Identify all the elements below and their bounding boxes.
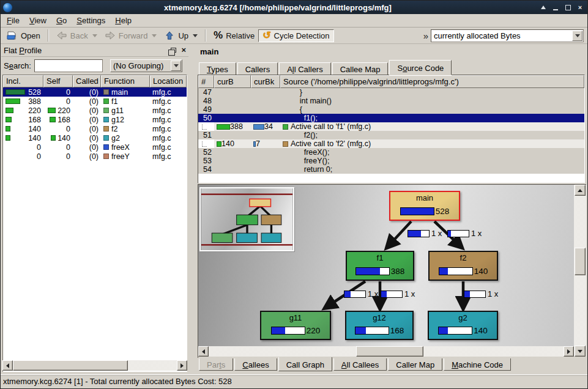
up-button[interactable]: Up: [160, 30, 201, 42]
menu-go[interactable]: Go: [51, 15, 72, 26]
back-button[interactable]: Back: [53, 30, 101, 42]
dock-header[interactable]: Flat Profile ×: [1, 44, 188, 57]
tab-source-code[interactable]: Source Code: [389, 60, 452, 75]
column-header-called[interactable]: Called: [73, 75, 101, 87]
source-code-row[interactable]: 50 f1();: [198, 114, 584, 122]
tab-parts[interactable]: Parts: [199, 358, 233, 371]
close-button[interactable]: ×: [576, 4, 584, 11]
source-column-header-curb[interactable]: curB: [214, 75, 251, 88]
curb-cell: [214, 97, 251, 105]
scroll-right-icon[interactable]: [564, 346, 574, 357]
toolbar-overflow-icon[interactable]: »: [421, 31, 431, 41]
menu-help[interactable]: Help: [110, 15, 136, 26]
flat-profile-row-freeY[interactable]: 00(0)freeYmfg.c: [3, 152, 187, 161]
column-header-location[interactable]: Location: [150, 75, 187, 87]
cycle-detection-button[interactable]: ↺ Cycle Detection: [258, 29, 333, 42]
source-code-row[interactable]: 52 freeX();: [198, 148, 584, 157]
scroll-up-icon[interactable]: [575, 185, 586, 196]
combo-arrow-icon[interactable]: [171, 61, 181, 71]
source-code-row[interactable]: 53 freeY();: [198, 157, 584, 165]
scroll-down-icon[interactable]: [575, 346, 586, 357]
flat-profile-row-f2[interactable]: 1400(0)f2mfg.c: [3, 124, 187, 133]
back-dropdown-icon[interactable]: [92, 34, 97, 37]
source-column-header--[interactable]: #: [198, 75, 214, 88]
source-call-row[interactable]: 38834Active call to 'f1' (mfg.c): [198, 122, 584, 131]
tab-all-callers[interactable]: All Callers: [279, 62, 331, 75]
graph-node-f1[interactable]: f1 388: [346, 251, 414, 281]
source-code-row[interactable]: 48 int main(): [198, 97, 584, 105]
source-code-row[interactable]: 54 return 0;: [198, 165, 584, 174]
tab-machine-code[interactable]: Machine Code: [444, 358, 511, 371]
scrollbar-thumb[interactable]: [575, 248, 586, 275]
panel-splitter[interactable]: [188, 44, 198, 374]
function-cell: f1: [101, 97, 150, 106]
flat-profile-row-freeX[interactable]: 00(0)freeXmfg.c: [3, 143, 187, 152]
menu-settings[interactable]: Settings: [72, 15, 110, 26]
column-header-incl-[interactable]: Incl.: [3, 75, 43, 87]
tab-callers[interactable]: Callers: [237, 62, 278, 75]
tab-call-graph[interactable]: Call Graph: [278, 357, 332, 371]
graph-node-main[interactable]: main 528: [389, 191, 460, 221]
maximize-button[interactable]: [564, 4, 571, 11]
curb-cell: [214, 131, 251, 139]
source-code-row[interactable]: 49 {: [198, 105, 584, 114]
tab-callees[interactable]: Callees: [234, 358, 277, 371]
incl-value: 220: [28, 106, 41, 115]
source-column-header-curbk[interactable]: curBk: [251, 75, 280, 88]
scroll-right-icon[interactable]: [177, 360, 187, 371]
tab-caller-map[interactable]: Caller Map: [388, 358, 442, 371]
flat-profile-hscrollbar[interactable]: [2, 360, 187, 371]
graph-node-g12[interactable]: g12 168: [345, 311, 414, 340]
flat-profile-row-main[interactable]: 5280(0)mainmfg.c: [3, 87, 187, 97]
combo-arrow-icon[interactable]: [572, 31, 582, 41]
source-column-header-source[interactable]: Source ('/home/philippe/valgrind/littlep…: [280, 75, 584, 88]
view-tab-bar: PartsCalleesCall GraphAll CalleesCaller …: [199, 358, 586, 373]
search-input[interactable]: [34, 59, 103, 72]
source-code-row[interactable]: 47 }: [198, 88, 584, 97]
graph-node-f2[interactable]: f2 140: [428, 251, 498, 281]
minimize-button[interactable]: [552, 4, 559, 11]
dock-close-icon[interactable]: ×: [181, 47, 186, 53]
flat-profile-row-g2[interactable]: 140140(0)g2mfg.c: [3, 133, 187, 143]
up-dropdown-icon[interactable]: [193, 34, 198, 37]
column-header-function[interactable]: Function: [101, 75, 150, 87]
menu-file[interactable]: File: [2, 15, 24, 26]
flat-profile-row-g11[interactable]: 220220(0)g11mfg.c: [3, 106, 187, 115]
relative-button[interactable]: % Relative: [210, 28, 258, 43]
forward-button[interactable]: Forward: [101, 30, 161, 42]
scroll-left-icon[interactable]: [2, 360, 13, 371]
self-cell: 0: [43, 152, 73, 161]
scrollbar-thumb[interactable]: [356, 346, 423, 357]
graph-node-g11[interactable]: g11 220: [260, 311, 331, 340]
column-header-self[interactable]: Self: [43, 75, 73, 87]
menu-view[interactable]: View: [24, 15, 51, 26]
open-icon: [7, 31, 18, 40]
tab-callee-map[interactable]: Callee Map: [332, 62, 389, 75]
source-code-row[interactable]: 51 f2();: [198, 131, 584, 139]
scroll-left-icon[interactable]: [198, 346, 209, 357]
grouping-select[interactable]: (No Grouping): [110, 59, 182, 72]
tab-all-callees[interactable]: All Callees: [333, 358, 387, 371]
flat-profile-row-f1[interactable]: 3880(0)f1mfg.c: [3, 97, 187, 106]
event-type-select[interactable]: currently allocated Bytes: [431, 29, 584, 42]
tab-types[interactable]: Types: [199, 62, 236, 75]
graph-vscrollbar[interactable]: [574, 185, 586, 357]
scrollbar-thumb[interactable]: [13, 360, 128, 371]
forward-dropdown-icon[interactable]: [152, 34, 157, 37]
line-number: 47: [198, 88, 214, 97]
graph-hscrollbar[interactable]: [198, 346, 574, 357]
shade-button[interactable]: [540, 4, 547, 11]
title-bar[interactable]: xtmemory.kcg.6274 [/home/philippe/valgri…: [1, 1, 587, 14]
node-label: f2: [460, 254, 467, 262]
dock-float-icon[interactable]: [171, 48, 176, 53]
source-call-row[interactable]: 1407Active call to 'f2' (mfg.c): [198, 139, 584, 148]
edge-label-f2-g2: 1 x: [464, 289, 498, 298]
function-cell: freeY: [101, 152, 150, 161]
location-cell: mfg.c: [150, 133, 187, 143]
flat-profile-row-g12[interactable]: 168168(0)g12mfg.c: [3, 115, 187, 124]
open-button[interactable]: Open: [3, 30, 44, 42]
graph-node-g2[interactable]: g2 140: [428, 311, 498, 340]
call-graph-canvas[interactable]: main 528 f1 388 f2 140 g11 220 g12 168 g…: [198, 185, 574, 346]
location-value: mfg.c: [152, 125, 171, 133]
function-cell: f2: [101, 124, 150, 133]
